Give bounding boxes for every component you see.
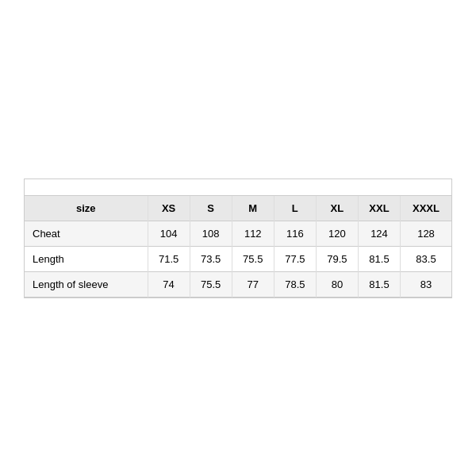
cell-0-0: 104 (148, 221, 190, 246)
header-s: S (190, 196, 232, 221)
size-chart-title-row (25, 179, 451, 196)
cell-1-0: 71.5 (148, 246, 190, 271)
cell-2-6: 83 (401, 271, 451, 297)
cell-1-3: 77.5 (274, 246, 316, 271)
cell-0-4: 120 (316, 221, 358, 246)
header-xl: XL (316, 196, 358, 221)
size-chart-container: sizeXSSMLXLXXLXXXL Cheat1041081121161201… (24, 178, 452, 298)
header-m: M (232, 196, 274, 221)
size-chart-table: sizeXSSMLXLXXLXXXL Cheat1041081121161201… (25, 196, 451, 298)
cell-0-1: 108 (190, 221, 232, 246)
cell-2-3: 78.5 (274, 271, 316, 297)
cell-0-5: 124 (358, 221, 400, 246)
cell-1-5: 81.5 (358, 246, 400, 271)
cell-2-1: 75.5 (190, 271, 232, 297)
cell-1-1: 73.5 (190, 246, 232, 271)
table-row: Cheat104108112116120124128 (25, 221, 451, 246)
table-body: Cheat104108112116120124128Length71.573.5… (25, 221, 451, 297)
cell-2-2: 77 (232, 271, 274, 297)
header-xs: XS (148, 196, 190, 221)
header-xxl: XXL (358, 196, 400, 221)
cell-2-0: 74 (148, 271, 190, 297)
header-xxxl: XXXL (401, 196, 451, 221)
cell-2-5: 81.5 (358, 271, 400, 297)
cell-0-3: 116 (274, 221, 316, 246)
header-size: size (25, 196, 148, 221)
cell-0-2: 112 (232, 221, 274, 246)
header-l: L (274, 196, 316, 221)
cell-0-6: 128 (401, 221, 451, 246)
row-label-1: Length (25, 246, 148, 271)
cell-1-2: 75.5 (232, 246, 274, 271)
table-header-row: sizeXSSMLXLXXLXXXL (25, 196, 451, 221)
table-row: Length of sleeve7475.57778.58081.583 (25, 271, 451, 297)
row-label-2: Length of sleeve (25, 271, 148, 297)
row-label-0: Cheat (25, 221, 148, 246)
cell-1-6: 83.5 (401, 246, 451, 271)
cell-1-4: 79.5 (316, 246, 358, 271)
table-row: Length71.573.575.577.579.581.583.5 (25, 246, 451, 271)
cell-2-4: 80 (316, 271, 358, 297)
